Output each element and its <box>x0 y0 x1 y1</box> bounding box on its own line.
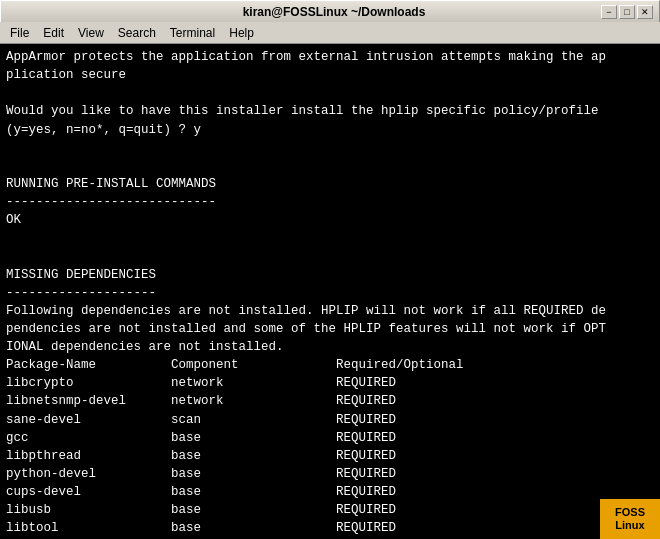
menu-item-search[interactable]: Search <box>112 24 162 42</box>
maximize-button[interactable]: □ <box>619 5 635 19</box>
fosslinux-watermark: FOSS Linux <box>600 499 660 539</box>
minimize-button[interactable]: − <box>601 5 617 19</box>
menu-item-terminal[interactable]: Terminal <box>164 24 221 42</box>
menu-bar: FileEditViewSearchTerminalHelp <box>0 22 660 44</box>
menu-item-edit[interactable]: Edit <box>37 24 70 42</box>
watermark-line2: Linux <box>615 519 644 532</box>
title-bar: kiran@FOSSLinux ~/Downloads − □ ✕ <box>0 0 660 22</box>
terminal-window[interactable]: AppArmor protects the application from e… <box>0 44 660 539</box>
terminal-content: AppArmor protects the application from e… <box>6 48 654 539</box>
watermark-line1: FOSS <box>615 506 645 519</box>
menu-item-file[interactable]: File <box>4 24 35 42</box>
menu-item-view[interactable]: View <box>72 24 110 42</box>
title-bar-text: kiran@FOSSLinux ~/Downloads <box>67 5 601 19</box>
close-button[interactable]: ✕ <box>637 5 653 19</box>
title-bar-buttons: − □ ✕ <box>601 5 653 19</box>
menu-item-help[interactable]: Help <box>223 24 260 42</box>
